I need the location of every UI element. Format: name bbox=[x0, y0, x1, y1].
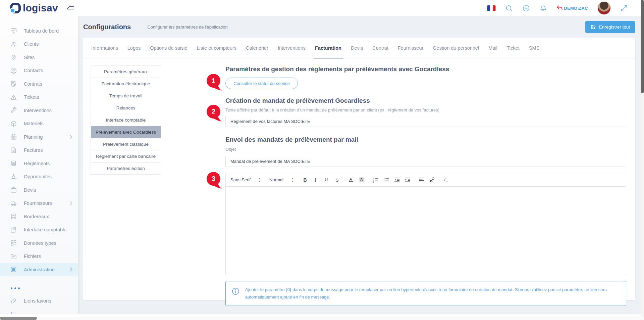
briefcase-icon bbox=[10, 186, 17, 193]
italic-icon[interactable]: I bbox=[313, 177, 319, 183]
align-icon[interactable] bbox=[419, 177, 424, 183]
submenu-item-relances[interactable]: Relances bbox=[91, 102, 161, 114]
bg-color-icon[interactable]: A bbox=[359, 177, 365, 183]
sidebar-item-tickets[interactable]: Tickets bbox=[0, 91, 78, 104]
chevron-right-icon bbox=[70, 201, 73, 205]
bullet-list-icon[interactable] bbox=[383, 177, 389, 183]
mandate-text-input[interactable] bbox=[225, 116, 626, 127]
sidebar-item-materiels[interactable]: Matériels bbox=[0, 117, 78, 131]
format-select[interactable]: Normal bbox=[269, 177, 294, 182]
tab-gestion-du-personnel[interactable]: Gestion du personnel bbox=[428, 38, 484, 58]
notifications-bell-icon[interactable] bbox=[539, 4, 547, 12]
fullscreen-icon[interactable] bbox=[620, 4, 628, 12]
submenu-item-parametres-edition[interactable]: Paramètres édition bbox=[91, 163, 161, 175]
ordered-list-icon[interactable]: 123 bbox=[373, 177, 378, 183]
tab-mail[interactable]: Mail bbox=[484, 38, 502, 58]
sidebar-item-bordereaux[interactable]: Bordereaux bbox=[0, 210, 78, 223]
tab-logos[interactable]: Logos bbox=[123, 38, 146, 58]
facturation-submenu: Paramètres générauxFacturation électroni… bbox=[91, 65, 161, 175]
truck-icon bbox=[10, 200, 17, 207]
sidebar-item-contrats[interactable]: Contrats bbox=[0, 77, 78, 91]
tab-facturation[interactable]: Facturation bbox=[310, 38, 346, 58]
sidebar-item-donnees-types[interactable]: Données types bbox=[0, 236, 78, 250]
save-all-button[interactable]: Enregistrer tout bbox=[585, 21, 635, 33]
sidebar-item-label: Fichiers bbox=[24, 254, 41, 259]
sidebar-item-label: Bordereaux bbox=[24, 214, 49, 219]
submenu-item-prelevement-classique[interactable]: Prélèvement classique bbox=[91, 138, 161, 150]
tab-devis[interactable]: Devis bbox=[346, 38, 368, 58]
calendar-icon bbox=[10, 133, 17, 140]
tab-ticket[interactable]: Ticket bbox=[502, 38, 524, 58]
info-alert: Ajouter le paramètre {0} dans le corps d… bbox=[225, 281, 626, 306]
sidebar-item-sites[interactable]: Sites bbox=[0, 51, 78, 64]
tab-interventions[interactable]: Interventions bbox=[273, 38, 310, 58]
sidebar-item-liens-favoris[interactable]: Liens favoris bbox=[0, 294, 78, 308]
service-status-button[interactable]: Consulter le statut du service bbox=[225, 78, 298, 89]
tab-sms[interactable]: SMS bbox=[524, 38, 544, 58]
sidebar-item-contacts[interactable]: Contacts bbox=[0, 64, 78, 78]
submenu-item-temps-de-travail[interactable]: Temps de travail bbox=[91, 90, 161, 102]
search-icon[interactable] bbox=[505, 4, 513, 12]
sidebar-more-dots[interactable] bbox=[0, 282, 78, 294]
horizontal-scrollbar[interactable] bbox=[0, 317, 644, 320]
sidebar-item-reglements[interactable]: Règlements bbox=[0, 157, 78, 170]
editor-body[interactable] bbox=[226, 187, 626, 275]
bold-icon[interactable]: B bbox=[302, 177, 308, 183]
sidebar-toggle-icon[interactable] bbox=[65, 4, 75, 12]
sidebar-item-fournisseurs[interactable]: Fournisseurs bbox=[0, 197, 78, 210]
vertical-scrollbar-thumb[interactable] bbox=[641, 0, 644, 93]
tab-options-de-saisie[interactable]: Options de saisie bbox=[145, 38, 192, 58]
submenu-item-prelevement-avec-gocardless[interactable]: Prélèvement avec Gocardless bbox=[91, 126, 161, 138]
sidebar-item-interface-comptable[interactable]: Interface comptable bbox=[0, 223, 78, 237]
sidebar-item-administration[interactable]: Administration bbox=[0, 263, 78, 276]
tab-fournisseur[interactable]: Fournisseur bbox=[393, 38, 428, 58]
font-family-select[interactable]: Sans Serif bbox=[230, 177, 261, 182]
tab-informations[interactable]: Informations bbox=[87, 38, 123, 58]
user-menu[interactable]: DEMO\ZAC bbox=[556, 5, 588, 11]
add-icon[interactable] bbox=[522, 4, 530, 12]
contract-icon bbox=[10, 80, 17, 87]
editor-link-icon[interactable] bbox=[429, 177, 435, 183]
submenu-item-facturation-electronique[interactable]: Facturation électronique bbox=[91, 78, 161, 90]
vertical-scrollbar[interactable] bbox=[641, 0, 644, 320]
sidebar-item-factures[interactable]: Factures bbox=[0, 144, 78, 157]
tab-contrat[interactable]: Contrat bbox=[368, 38, 393, 58]
tab-calendrier[interactable]: Calendrier bbox=[241, 38, 273, 58]
sidebar-item-partial[interactable] bbox=[0, 308, 78, 314]
submenu-item-reglement-par-carte-bancaire[interactable]: Règlement par carte bancaire bbox=[91, 150, 161, 163]
strike-icon[interactable]: S bbox=[334, 177, 340, 183]
sidebar-item-label: Tableau de bord bbox=[24, 28, 59, 34]
tab-liste-et-compteurs[interactable]: Liste et compteurs bbox=[192, 38, 241, 58]
outdent-icon[interactable] bbox=[394, 177, 400, 183]
submenu-item-interface-comptable[interactable]: Interface comptable bbox=[91, 114, 161, 126]
mail-body-editor: Sans SerifNormalBIUSAA123Tx bbox=[225, 173, 626, 275]
gocardless-form: Paramètres de gestion des règlements par… bbox=[225, 65, 626, 306]
sidebar-item-planning[interactable]: Planning bbox=[0, 130, 78, 144]
section-title-mandate: Création de mandat de prélèvement Gocard… bbox=[225, 97, 626, 104]
dropdown-arrows-icon bbox=[258, 178, 261, 182]
sidebar-item-label: Matériels bbox=[24, 121, 44, 126]
sidebar-item-tableau-de-bord[interactable]: Tableau de bord bbox=[0, 24, 78, 38]
clients-icon bbox=[10, 41, 17, 48]
language-flag-icon[interactable] bbox=[487, 5, 496, 11]
underline-icon[interactable]: U bbox=[324, 177, 329, 183]
sidebar-item-opportunites[interactable]: Opportunités bbox=[0, 170, 78, 184]
sidebar-item-clients[interactable]: Clients bbox=[0, 38, 78, 51]
sidebar-item-label: Factures bbox=[24, 147, 43, 153]
sidebar-item-label: Fournisseurs bbox=[24, 200, 52, 206]
color-icon[interactable]: A bbox=[348, 177, 354, 183]
objet-input[interactable] bbox=[225, 156, 626, 167]
indent-icon[interactable] bbox=[405, 177, 411, 183]
sidebar-item-interventions[interactable]: Interventions bbox=[0, 104, 78, 117]
chevron-right-icon bbox=[70, 267, 73, 272]
sidebar-item-fichiers[interactable]: Fichiers bbox=[0, 250, 78, 263]
logo-text: logisav bbox=[23, 3, 58, 13]
config-tabs: InformationsLogosOptions de saisieListe … bbox=[83, 38, 635, 58]
sidebar-item-devis[interactable]: Devis bbox=[0, 183, 78, 197]
clean-icon[interactable]: Tx bbox=[443, 177, 449, 183]
mandate-hint: Texte affiché par défaut à la création d… bbox=[225, 107, 626, 112]
submenu-item-parametres-generaux[interactable]: Paramètres généraux bbox=[91, 66, 161, 78]
horizontal-scrollbar-thumb[interactable] bbox=[0, 317, 37, 320]
sidebar-item-label: Interventions bbox=[24, 108, 52, 113]
avatar[interactable] bbox=[597, 1, 611, 15]
